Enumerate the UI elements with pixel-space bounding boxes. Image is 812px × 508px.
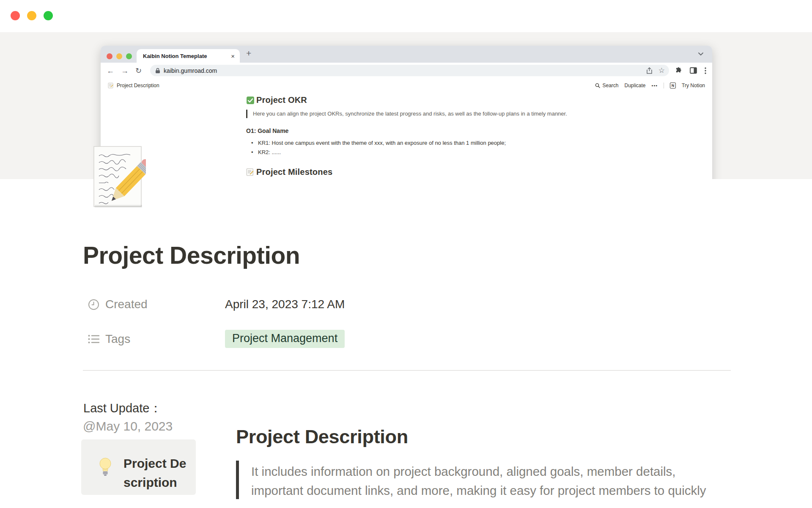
callout-text: Project Description — [123, 454, 187, 495]
quote-line: It includes information on project backg… — [251, 462, 706, 481]
okr-heading-text: Project OKR — [256, 95, 307, 105]
new-tab-button[interactable]: + — [246, 48, 251, 58]
forward-icon[interactable]: → — [121, 67, 129, 75]
try-notion-button[interactable]: Try Notion — [682, 83, 705, 88]
milestones-heading[interactable]: Project Milestones — [246, 167, 712, 177]
back-icon[interactable]: ← — [107, 67, 114, 75]
goal-heading[interactable]: O1: Goal Name — [246, 127, 712, 134]
browser-tab[interactable]: Kaibin Notion Temeplate × — [137, 49, 240, 63]
list-icon — [88, 334, 99, 344]
notion-page-content: Project OKR Here you can align the proje… — [101, 93, 712, 179]
quote-bar — [236, 461, 239, 499]
tab-close-icon[interactable]: × — [231, 52, 235, 60]
page-memo-pencil-icon[interactable] — [90, 144, 146, 210]
browser-zoom-button[interactable] — [126, 53, 132, 59]
okr-heading[interactable]: Project OKR — [246, 95, 712, 105]
browser-toolbar: ← → ↻ kaibin.gumroad.com ☆ — [101, 63, 712, 78]
tab-search-chevron-icon[interactable] — [698, 52, 704, 56]
reload-icon[interactable]: ↻ — [135, 67, 142, 75]
notion-logo-icon: N — [670, 83, 676, 88]
light-bulb-icon — [98, 457, 112, 495]
window-controls — [11, 11, 53, 20]
more-options-icon[interactable]: ••• — [652, 83, 658, 88]
window-titlebar — [0, 0, 812, 32]
quote-bar — [246, 110, 247, 118]
divider — [83, 370, 731, 371]
created-value[interactable]: April 23, 2023 7:12 AM — [225, 298, 345, 311]
memo-icon — [108, 83, 114, 88]
url-text[interactable]: kaibin.gumroad.com — [164, 67, 640, 74]
check-mark-icon — [246, 96, 255, 105]
address-bar[interactable]: kaibin.gumroad.com ☆ — [150, 65, 669, 76]
browser-minimize-button[interactable] — [116, 53, 122, 59]
property-label: Tags — [105, 332, 225, 346]
tag-badge[interactable]: Project Management — [225, 330, 345, 348]
search-label: Search — [602, 83, 618, 88]
zoom-window-button[interactable] — [44, 11, 53, 20]
page-title[interactable]: Project Description — [83, 241, 300, 269]
browser-menu-dots-icon[interactable] — [705, 67, 706, 74]
toolbar-right-icons — [675, 67, 706, 74]
extensions-puzzle-icon[interactable] — [675, 67, 682, 74]
notion-top-bar: Project Description Search Duplicate •••… — [101, 78, 712, 93]
search-icon — [595, 83, 600, 88]
minimize-window-button[interactable] — [27, 11, 36, 20]
property-label: Created — [105, 298, 225, 311]
okr-quote-text: Here you can align the project OKRs, syn… — [253, 110, 567, 118]
breadcrumb-label[interactable]: Project Description — [117, 83, 159, 88]
browser-window-controls — [107, 53, 132, 59]
section-quote[interactable]: It includes information on project backg… — [236, 461, 706, 500]
share-icon[interactable] — [646, 67, 653, 74]
milestones-heading-text: Project Milestones — [256, 167, 332, 177]
callout-card[interactable]: Project Description — [81, 439, 196, 495]
kr-list: KR1: Host one campus event with the them… — [246, 138, 712, 157]
search-button[interactable]: Search — [595, 83, 618, 88]
lock-icon — [155, 68, 160, 74]
quote-line: important document links, and more, maki… — [251, 481, 706, 500]
bookmark-star-icon[interactable]: ☆ — [658, 66, 665, 75]
breadcrumb[interactable]: Project Description — [108, 83, 595, 88]
clock-icon — [88, 299, 99, 310]
section-heading[interactable]: Project Description — [236, 426, 408, 448]
list-item[interactable]: KR2: ...... — [246, 148, 712, 157]
duplicate-button[interactable]: Duplicate — [625, 83, 646, 88]
last-update-date-mention[interactable]: @May 10, 2023 — [83, 419, 173, 433]
browser-window: Kaibin Notion Temeplate × + ← → ↻ kaibin… — [101, 46, 712, 179]
browser-close-button[interactable] — [107, 53, 112, 59]
okr-quote[interactable]: Here you can align the project OKRs, syn… — [246, 110, 712, 118]
divider — [664, 83, 664, 88]
list-item[interactable]: KR1: Host one campus event with the them… — [246, 138, 712, 148]
browser-tab-bar: Kaibin Notion Temeplate × + — [101, 46, 712, 63]
side-panel-icon[interactable] — [690, 67, 697, 74]
last-update-label: Last Update： — [83, 400, 162, 417]
tab-title: Kaibin Notion Temeplate — [143, 53, 228, 59]
property-row-tags[interactable]: Tags Project Management — [88, 330, 345, 348]
close-window-button[interactable] — [11, 11, 20, 20]
memo-icon — [246, 168, 254, 176]
property-row-created[interactable]: Created April 23, 2023 7:12 AM — [88, 298, 345, 311]
